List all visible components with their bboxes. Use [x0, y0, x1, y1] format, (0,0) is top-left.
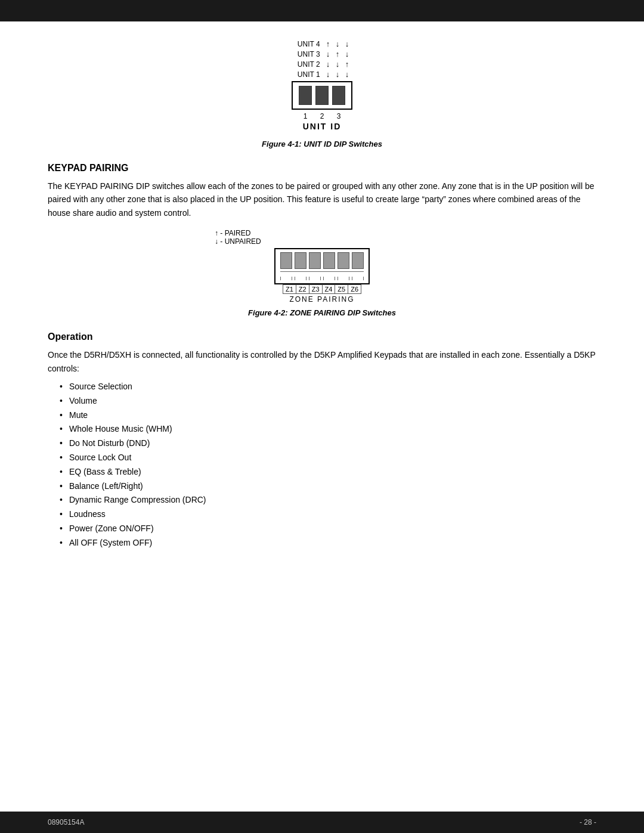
zone-dip-2	[295, 252, 306, 269]
legend-paired-text: ↑ - PAIRED	[215, 229, 250, 237]
dip-num-3: 3	[332, 112, 345, 120]
page-number: - 28 -	[580, 818, 596, 826]
operation-heading: Operation	[48, 332, 596, 342]
bullet-power: Power (Zone ON/OFF)	[60, 522, 596, 536]
bullet-mute: Mute	[60, 408, 596, 423]
unit-4-label: UNIT 4	[293, 40, 320, 48]
unit-3-label: UNIT 3	[293, 50, 320, 58]
unit-1-label: UNIT 1	[293, 70, 320, 79]
bullet-balance: Balance (Left/Right)	[60, 479, 596, 494]
dip-numbers: 1 2 3	[299, 112, 345, 120]
zone-tick-row	[280, 277, 364, 280]
figure-1-caption: Figure 4-1: UNIT ID DIP Switches	[262, 140, 382, 148]
legend-paired: ↑ - PAIRED	[215, 229, 261, 237]
bullet-source-lock-out: Source Lock Out	[60, 451, 596, 465]
legend-unpaired: ↓ - UNPAIRED	[215, 237, 261, 246]
part-number: 08905154A	[48, 818, 84, 826]
bullet-whm: Whole House Music (WHM)	[60, 422, 596, 436]
zone-tick-3	[309, 277, 321, 280]
zone-dip-3	[309, 252, 321, 269]
zone-labels: Z1 Z2 Z3 Z4 Z5 Z6	[283, 284, 361, 294]
zone-bottom-line	[280, 271, 364, 275]
unit-id-label: UNIT ID	[303, 122, 342, 131]
top-bar	[0, 0, 644, 21]
unit-rows: UNIT 4 ↑ ↓ ↓ UNIT 3 ↓ ↑ ↓ UNIT 2 ↓ ↓ ↑ U…	[293, 39, 351, 79]
zone-label-2: Z2	[296, 285, 309, 293]
bullet-volume: Volume	[60, 394, 596, 408]
zone-dip-4	[323, 252, 335, 269]
zone-pairing-title: ZONE PAIRING	[289, 295, 354, 304]
unit-id-diagram: UNIT 4 ↑ ↓ ↓ UNIT 3 ↓ ↑ ↓ UNIT 2 ↓ ↓ ↑ U…	[292, 39, 352, 131]
footer-bar: 08905154A - 28 -	[0, 812, 644, 833]
operation-section: Operation Once the D5RH/D5XH is connecte…	[48, 332, 596, 550]
zone-dip-row	[280, 252, 364, 269]
zone-tick-5	[338, 277, 349, 280]
zone-tick-4	[323, 277, 335, 280]
unit-2-arrows: ↓ ↓ ↑	[326, 60, 351, 69]
bullet-all-off: All OFF (System OFF)	[60, 536, 596, 550]
bullet-dnd: Do Not Disturb (DND)	[60, 436, 596, 451]
dip-switch-box	[292, 81, 352, 110]
legend-unpaired-text: ↓ - UNPAIRED	[215, 237, 261, 246]
zone-dip-container	[274, 248, 370, 284]
bullet-source-selection: Source Selection	[60, 380, 596, 394]
unit-2-label: UNIT 2	[293, 60, 320, 69]
dip-num-1: 1	[299, 112, 312, 120]
operation-text: Once the D5RH/D5XH is connected, all fun…	[48, 348, 596, 375]
main-content: UNIT 4 ↑ ↓ ↓ UNIT 3 ↓ ↑ ↓ UNIT 2 ↓ ↓ ↑ U…	[0, 21, 644, 812]
keypad-pairing-text: The KEYPAD PAIRING DIP switches allow ea…	[48, 179, 596, 219]
dip-switch-3	[332, 86, 345, 105]
zone-tick-1	[280, 277, 292, 280]
bullet-drc: Dynamic Range Compression (DRC)	[60, 493, 596, 507]
zone-tick-6	[352, 277, 364, 280]
unit-row-1: UNIT 1 ↓ ↓ ↓	[293, 70, 351, 79]
zone-label-6: Z6	[348, 285, 361, 293]
zone-label-3: Z3	[309, 285, 323, 293]
unit-4-arrows: ↑ ↓ ↓	[326, 39, 351, 48]
unit-row-3: UNIT 3 ↓ ↑ ↓	[293, 49, 351, 58]
bullet-eq: EQ (Bass & Treble)	[60, 465, 596, 479]
dip-switch-2	[315, 86, 329, 105]
unit-row-2: UNIT 2 ↓ ↓ ↑	[293, 60, 351, 69]
zone-label-5: Z5	[335, 285, 348, 293]
unit-1-arrows: ↓ ↓ ↓	[326, 70, 351, 79]
zone-label-4: Z4	[323, 285, 336, 293]
figure-2-caption: Figure 4-2: ZONE PAIRING DIP Switches	[248, 308, 396, 317]
page-wrapper: UNIT 4 ↑ ↓ ↓ UNIT 3 ↓ ↑ ↓ UNIT 2 ↓ ↓ ↑ U…	[0, 0, 644, 833]
keypad-pairing-section: KEYPAD PAIRING The KEYPAD PAIRING DIP sw…	[48, 163, 596, 219]
zone-dip-6	[352, 252, 364, 269]
figure-1-container: UNIT 4 ↑ ↓ ↓ UNIT 3 ↓ ↑ ↓ UNIT 2 ↓ ↓ ↑ U…	[48, 39, 596, 148]
zone-label-1: Z1	[283, 285, 296, 293]
unit-row-4: UNIT 4 ↑ ↓ ↓	[293, 39, 351, 48]
keypad-pairing-heading: KEYPAD PAIRING	[48, 163, 596, 174]
zone-dip-5	[338, 252, 349, 269]
zone-tick-2	[295, 277, 306, 280]
bullet-list: Source Selection Volume Mute Whole House…	[48, 380, 596, 550]
bullet-loudness: Loudness	[60, 507, 596, 522]
figure-2-container: ↑ - PAIRED ↓ - UNPAIRED	[48, 229, 596, 317]
dip-switch-1	[299, 86, 312, 105]
unit-3-arrows: ↓ ↑ ↓	[326, 49, 351, 58]
zone-dip-1	[280, 252, 292, 269]
dip-num-2: 2	[315, 112, 329, 120]
legend-container: ↑ - PAIRED ↓ - UNPAIRED	[215, 229, 261, 246]
zone-pairing-diagram: Z1 Z2 Z3 Z4 Z5 Z6 ZONE PAIRING	[274, 248, 370, 304]
